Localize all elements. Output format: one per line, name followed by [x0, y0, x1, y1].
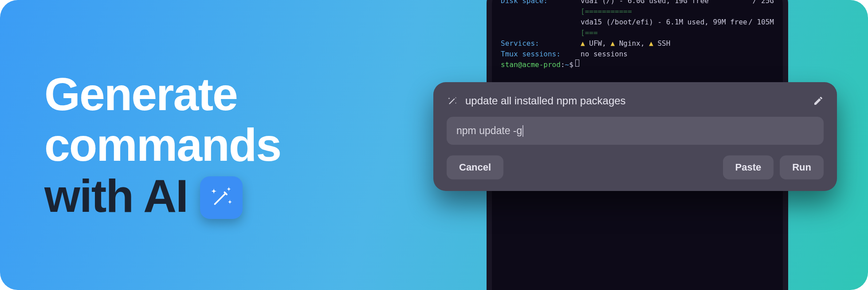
terminal-line: Services: ▲ UFW, ▲ Nginx, ▲ SSH — [501, 38, 774, 49]
disk-bar-1: [=========== ] — [581, 6, 783, 17]
headline-line-2: commands — [44, 119, 281, 170]
terminal-output: Disk space: vda1 (/) - 6.0G used, 19G fr… — [492, 0, 783, 74]
tmux-label: Tmux sessions: — [501, 49, 581, 60]
headline-block: Generate commands with AI — [0, 69, 281, 221]
prompt-user: stan — [501, 60, 518, 70]
warn-icon: ▲ — [610, 39, 619, 48]
prompt-symbol: $ — [569, 60, 573, 70]
cancel-button[interactable]: Cancel — [447, 155, 503, 179]
disk-bar-2: [=== ] — [581, 28, 783, 38]
services-label: Services: — [501, 38, 581, 49]
disk-space-label: Disk space: — [501, 0, 581, 6]
warn-icon: ▲ — [581, 39, 589, 48]
text-cursor — [522, 125, 523, 137]
svg-line-0 — [215, 193, 225, 204]
disk-line-1: vda1 (/) - 6.0G used, 19G free — [581, 0, 709, 6]
magic-wand-icon — [208, 185, 234, 211]
terminal-cursor — [575, 60, 579, 67]
svg-line-5 — [450, 99, 455, 104]
terminal-line: Disk space: vda1 (/) - 6.0G used, 19G fr… — [501, 0, 774, 6]
prompt-path: ~ — [565, 60, 570, 70]
disk-total-2: / 105M — [748, 17, 774, 28]
run-button[interactable]: Run — [780, 155, 824, 179]
disk-line-2: vda15 (/boot/efi) - 6.1M used, 99M free — [581, 17, 747, 28]
headline-line-1: Generate — [44, 69, 281, 119]
terminal-line: vda15 (/boot/efi) - 6.1M used, 99M free … — [501, 17, 774, 28]
svc-nginx: Nginx — [619, 39, 640, 48]
svc-ssh: SSH — [657, 39, 670, 48]
ai-command-panel: update all installed npm packages npm up… — [433, 82, 837, 191]
terminal-line: [=========== ] — [501, 6, 774, 17]
phone-mockup: Disk space: vda1 (/) - 6.0G used, 19G fr… — [451, 0, 819, 290]
warn-icon: ▲ — [649, 39, 657, 48]
terminal-line: [=== ] — [501, 28, 774, 38]
disk-total-1: / 25G — [753, 0, 774, 6]
tmux-value: no sessions — [581, 49, 628, 60]
magic-wand-icon — [447, 95, 458, 107]
generated-command-field[interactable]: npm update -g — [447, 117, 824, 145]
ai-panel-header: update all installed npm packages — [447, 95, 824, 107]
ai-prompt-text: update all installed npm packages — [465, 95, 806, 107]
edit-icon[interactable] — [813, 95, 824, 106]
terminal-line: Tmux sessions: no sessions — [501, 49, 774, 60]
ai-panel-actions: Cancel Paste Run — [447, 155, 824, 179]
terminal-prompt[interactable]: stan@acme-prod:~$ — [501, 60, 774, 70]
prompt-host: acme-prod — [522, 60, 561, 70]
headline-line-3-text: with AI — [44, 171, 188, 221]
magic-wand-badge — [200, 176, 243, 219]
svc-ufw: UFW — [589, 39, 602, 48]
generated-command-text: npm update -g — [456, 125, 522, 137]
paste-button[interactable]: Paste — [723, 155, 774, 179]
headline-line-3: with AI — [44, 171, 281, 221]
promo-banner: Generate commands with AI — [0, 0, 868, 290]
